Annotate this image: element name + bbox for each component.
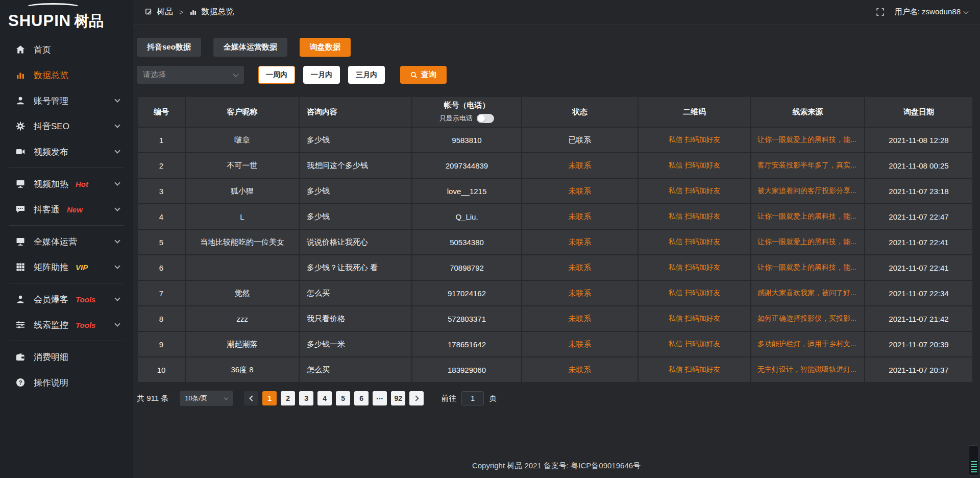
account-phone: 917024162 bbox=[412, 280, 522, 306]
period-button[interactable]: 一月内 bbox=[303, 66, 340, 84]
lead-source-link[interactable]: 客厅安装投影半年多了，真实... bbox=[751, 153, 865, 178]
sidebar-item[interactable]: 会员爆客Tools bbox=[0, 286, 133, 312]
sidebar-item[interactable]: 消费明细 bbox=[0, 344, 133, 370]
sidebar-item[interactable]: 抖客通New bbox=[0, 197, 133, 222]
page-button[interactable]: 5 bbox=[336, 391, 350, 405]
lead-source-link[interactable]: 让你一眼就爱上的黑科技，能... bbox=[751, 255, 865, 280]
chevron-down-icon bbox=[224, 395, 228, 399]
sidebar-item[interactable]: 账号管理 bbox=[0, 88, 133, 113]
breadcrumb-current: 数据总览 bbox=[201, 7, 234, 17]
page-button[interactable]: 3 bbox=[299, 391, 313, 405]
account-phone: 50534380 bbox=[412, 229, 522, 255]
floating-widget[interactable] bbox=[969, 445, 979, 476]
breadcrumb-home[interactable]: 树品 bbox=[157, 7, 173, 17]
page-button[interactable]: 2 bbox=[281, 391, 295, 405]
filter-select-placeholder: 请选择 bbox=[143, 70, 166, 80]
inquiry-content: 多少钱？让我死心 看 bbox=[299, 255, 412, 280]
qrcode-link[interactable]: 私信 扫码加好友 bbox=[638, 153, 751, 178]
logo: SHUPIN 树品 bbox=[0, 0, 133, 32]
chevron-down-icon bbox=[233, 71, 238, 77]
sidebar-item-label: 账号管理 bbox=[34, 95, 68, 107]
search-button[interactable]: 查询 bbox=[400, 66, 447, 84]
inquiry-content: 说说价格让我死心 bbox=[299, 229, 412, 255]
goto-label: 前往 bbox=[441, 394, 456, 403]
lead-source-link[interactable]: 让你一眼就爱上的黑科技，能... bbox=[751, 127, 865, 153]
page-button[interactable]: 1 bbox=[262, 391, 277, 405]
lead-source-link[interactable]: 无主灯设计，智能磁吸轨道灯... bbox=[751, 357, 865, 383]
status-badge: 已联系 bbox=[522, 127, 638, 153]
qrcode-link[interactable]: 私信 扫码加好友 bbox=[638, 178, 751, 204]
header-right: 用户名: zswodun88 bbox=[876, 7, 968, 17]
inquiry-date: 2021-11-07 22:34 bbox=[865, 280, 973, 306]
status-badge: 未联系 bbox=[522, 306, 638, 331]
qrcode-link[interactable]: 私信 扫码加好友 bbox=[638, 229, 751, 255]
sidebar-item-label: 视频发布 bbox=[34, 146, 68, 158]
goto-page-input[interactable] bbox=[461, 391, 484, 405]
row-id: 1 bbox=[137, 127, 185, 153]
qrcode-link[interactable]: 私信 扫码加好友 bbox=[638, 127, 751, 153]
account-phone: 9583810 bbox=[412, 127, 522, 153]
qrcode-link[interactable]: 私信 扫码加好友 bbox=[638, 306, 751, 331]
page-button[interactable]: 4 bbox=[317, 391, 332, 405]
divider bbox=[9, 225, 124, 226]
page-button[interactable]: 6 bbox=[354, 391, 369, 405]
sidebar-item-label: 数据总览 bbox=[34, 69, 68, 81]
member-icon bbox=[15, 294, 26, 304]
sidebar-item[interactable]: 全媒体运营 bbox=[0, 229, 133, 254]
user-menu[interactable]: 用户名: zswodun88 bbox=[895, 7, 968, 17]
fullscreen-icon[interactable] bbox=[876, 8, 885, 16]
tab[interactable]: 抖音seo数据 bbox=[137, 38, 201, 57]
qrcode-link[interactable]: 私信 扫码加好友 bbox=[638, 280, 751, 306]
column-header-status: 状态 bbox=[522, 97, 638, 127]
sidebar-item[interactable]: 线索监控Tools bbox=[0, 312, 133, 338]
page-ellipsis[interactable]: ••• bbox=[373, 391, 387, 405]
lead-source-link[interactable]: 被大家追着问的客厅投影分享... bbox=[751, 178, 865, 204]
column-header-nickname: 客户昵称 bbox=[185, 97, 299, 127]
table-row: 5当地比较能吃的一位美女说说价格让我死心50534380未联系私信 扫码加好友让… bbox=[137, 229, 973, 255]
sidebar-item[interactable]: 视频发布 bbox=[0, 139, 133, 164]
sidebar-item-label: 操作说明 bbox=[34, 377, 68, 389]
sidebar-item[interactable]: 视频加热Hot bbox=[0, 171, 133, 197]
page-buttons: 123456•••92 bbox=[258, 391, 405, 405]
period-button[interactable]: 三月内 bbox=[348, 66, 385, 84]
wallet-icon bbox=[15, 352, 26, 362]
inquiry-content: 多少钱 bbox=[299, 127, 412, 153]
qrcode-link[interactable]: 私信 扫码加好友 bbox=[638, 204, 751, 229]
page-button[interactable]: 92 bbox=[391, 391, 405, 405]
phone-only-toggle[interactable] bbox=[477, 114, 494, 123]
qrcode-link[interactable]: 私信 扫码加好友 bbox=[638, 357, 751, 383]
data-tabs: 抖音seo数据全媒体运营数据询盘数据 bbox=[137, 38, 972, 57]
sidebar-item[interactable]: 抖音SEO bbox=[0, 113, 133, 139]
sidebar-item[interactable]: 首页 bbox=[0, 37, 133, 62]
sidebar-item-label: 线索监控 bbox=[34, 319, 68, 331]
bar-chart-icon bbox=[15, 70, 26, 80]
lead-source-link[interactable]: 多功能护栏灯，适用于乡村文... bbox=[751, 331, 865, 357]
qrcode-link[interactable]: 私信 扫码加好友 bbox=[638, 331, 751, 357]
filter-select[interactable]: 请选择 bbox=[137, 66, 244, 84]
next-page-button[interactable] bbox=[409, 391, 424, 405]
customer-nickname: 潮起潮落 bbox=[185, 331, 299, 357]
divider bbox=[9, 283, 124, 283]
sidebar-menu: 首页数据总览账号管理抖音SEO视频发布视频加热Hot抖客通New全媒体运营矩阵助… bbox=[0, 32, 133, 395]
sidebar-item[interactable]: 矩阵助推VIP bbox=[0, 254, 133, 280]
status-badge: 未联系 bbox=[522, 229, 638, 255]
lead-source-link[interactable]: 让你一眼就爱上的黑科技，能... bbox=[751, 229, 865, 255]
sidebar-item[interactable]: 数据总览 bbox=[0, 62, 133, 88]
prev-page-button[interactable] bbox=[244, 391, 258, 405]
qrcode-link[interactable]: 私信 扫码加好友 bbox=[638, 255, 751, 280]
period-button[interactable]: 一周内 bbox=[258, 66, 295, 84]
tab[interactable]: 全媒体运营数据 bbox=[213, 38, 287, 57]
sidebar-item[interactable]: ?操作说明 bbox=[0, 370, 133, 395]
inquiry-content: 怎么买 bbox=[299, 357, 412, 383]
sliders-icon bbox=[15, 320, 26, 330]
status-badge: Tools bbox=[76, 295, 95, 304]
lead-source-link[interactable]: 让你一眼就爱上的黑科技，能... bbox=[751, 204, 865, 229]
chevron-down-icon bbox=[114, 148, 120, 153]
inquiry-content: 多少钱 bbox=[299, 178, 412, 204]
tab[interactable]: 询盘数据 bbox=[300, 38, 351, 57]
column-header-date: 询盘日期 bbox=[865, 97, 973, 127]
user-icon bbox=[15, 95, 26, 106]
lead-source-link[interactable]: 感谢大家喜欢我家，被问了好... bbox=[751, 280, 865, 306]
page-size-select[interactable]: 10条/页 bbox=[180, 391, 233, 406]
lead-source-link[interactable]: 如何正确选择投影仪，买投影... bbox=[751, 306, 865, 331]
